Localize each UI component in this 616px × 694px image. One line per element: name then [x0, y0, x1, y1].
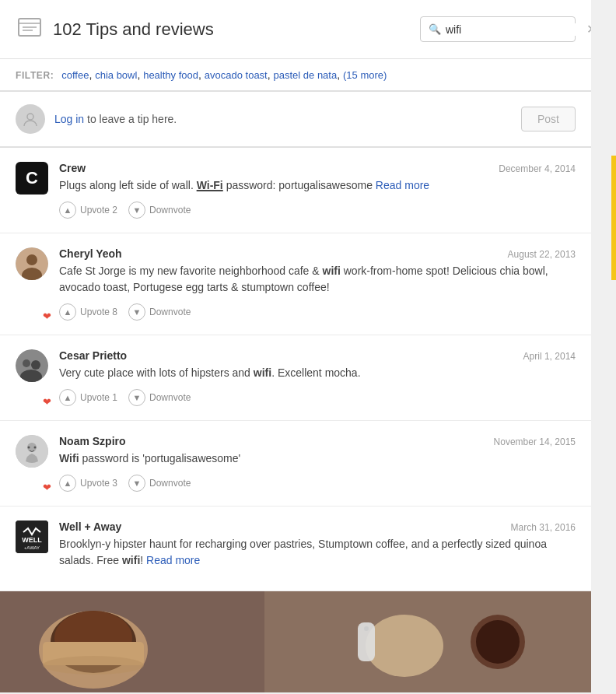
downvote-button[interactable]: ▼ Downvote — [128, 202, 191, 219]
read-more-link[interactable]: Read more — [146, 554, 200, 566]
svg-text:WELL: WELL — [22, 536, 42, 544]
wifi-keyword: Wi-Fi — [197, 179, 223, 191]
downvote-icon: ▼ — [128, 202, 145, 219]
tip-date: April 1, 2014 — [523, 351, 576, 362]
tip-text: Very cute place with lots of hipsters an… — [59, 365, 576, 381]
tip-header: Noam Szpiro November 14, 2015 — [59, 435, 576, 447]
filter-chia-bowl[interactable]: chia bowl — [95, 69, 137, 81]
vote-row: ▲ Upvote 8 ▼ Downvote — [59, 303, 576, 321]
svg-point-9 — [23, 359, 30, 367]
table-row: ❤ Cesar Prietto April 1, 2014 Very cute … — [0, 335, 591, 421]
avatar: C — [16, 162, 48, 219]
tip-date: November 14, 2015 — [494, 436, 576, 447]
avatar: ❤ — [16, 349, 48, 406]
table-row: C Crew December 4, 2014 Plugs along left… — [0, 148, 591, 233]
downvote-button[interactable]: ▼ Downvote — [128, 475, 191, 492]
upvote-label: Upvote 1 — [80, 392, 117, 403]
tip-body: Crew December 4, 2014 Plugs along left s… — [59, 162, 576, 219]
search-box[interactable]: 🔍 ✕ — [420, 16, 576, 42]
welaway-avatar: WELL +AWAY — [16, 520, 48, 553]
tip-author: Well + Away — [59, 520, 121, 533]
tip-author: Crew — [59, 162, 86, 174]
tip-text: Plugs along left side of wall. Wi-Fi pas… — [59, 177, 576, 194]
wifi-keyword: wifi — [254, 366, 271, 379]
upvote-icon: ▲ — [59, 389, 76, 406]
heart-badge: ❤ — [43, 396, 51, 408]
downvote-label: Downvote — [149, 205, 191, 216]
header-left: 102 Tips and reviews — [16, 14, 214, 44]
side-strip — [591, 0, 616, 692]
svg-point-24 — [43, 656, 144, 675]
avatar: ❤ — [16, 247, 48, 321]
downvote-icon: ▼ — [128, 303, 145, 321]
tip-header: Cesar Prietto April 1, 2014 — [59, 349, 576, 362]
tip-header: Well + Away March 31, 2016 — [59, 520, 576, 533]
cheryl-avatar — [16, 247, 48, 280]
tip-header: Cheryl Yeoh August 22, 2013 — [59, 247, 576, 260]
search-icon: 🔍 — [429, 23, 441, 35]
filter-more[interactable]: (15 more) — [343, 69, 387, 81]
post-button[interactable]: Post — [521, 107, 576, 131]
heart-badge: ❤ — [43, 310, 51, 322]
downvote-icon: ▼ — [128, 475, 145, 492]
upvote-button[interactable]: ▲ Upvote 8 — [59, 303, 117, 321]
tip-text: Cafe St Jorge is my new favorite neighbo… — [59, 263, 576, 296]
read-more-link[interactable]: Read more — [376, 179, 429, 191]
login-row-left: Log in to leave a tip here. — [16, 104, 177, 134]
side-yellow-bar — [611, 156, 616, 280]
filter-label: FILTER: — [16, 70, 54, 81]
downvote-label: Downvote — [149, 478, 191, 489]
tips-icon — [16, 14, 44, 44]
upvote-button[interactable]: ▲ Upvote 1 — [59, 389, 117, 406]
tip-photo — [0, 591, 591, 692]
svg-point-30 — [364, 626, 369, 631]
table-row: ❤ Noam Szpiro November 14, 2015 Wifi pas… — [0, 421, 591, 506]
page-title: 102 Tips and reviews — [53, 19, 214, 40]
tip-author: Noam Szpiro — [59, 435, 126, 447]
wifi-keyword: wifi — [122, 554, 140, 566]
tip-author: Cesar Prietto — [59, 349, 127, 362]
filter-coffee[interactable]: coffee — [61, 69, 89, 81]
filter-avocado-toast[interactable]: avocado toast — [205, 69, 268, 81]
avatar: ❤ — [16, 435, 48, 492]
downvote-button[interactable]: ▼ Downvote — [128, 389, 191, 406]
upvote-label: Upvote 8 — [80, 307, 117, 317]
upvote-button[interactable]: ▲ Upvote 2 — [59, 202, 117, 219]
login-text: Log in to leave a tip here. — [54, 113, 177, 125]
upvote-label: Upvote 3 — [80, 478, 117, 489]
filter-healthy-food[interactable]: healthy food — [143, 69, 198, 81]
tip-body: Noam Szpiro November 14, 2015 Wifi passw… — [59, 435, 576, 492]
downvote-label: Downvote — [149, 392, 191, 403]
filter-bar: FILTER: coffee, chia bowl, healthy food,… — [0, 59, 591, 92]
tip-header: Crew December 4, 2014 — [59, 162, 576, 174]
tip-text: Brooklyn-y hipster haunt for recharging … — [59, 536, 576, 569]
svg-point-14 — [28, 447, 30, 449]
upvote-button[interactable]: ▲ Upvote 3 — [59, 475, 117, 492]
upvote-icon: ▲ — [59, 303, 76, 321]
login-row: Log in to leave a tip here. Post — [0, 92, 591, 148]
tip-body: Cesar Prietto April 1, 2014 Very cute pl… — [59, 349, 576, 406]
vote-row: ▲ Upvote 1 ▼ Downvote — [59, 389, 576, 406]
filter-pastel-de-nata[interactable]: pastel de nata — [274, 69, 338, 81]
heart-badge: ❤ — [43, 482, 51, 493]
downvote-button[interactable]: ▼ Downvote — [128, 303, 191, 321]
upvote-icon: ▲ — [59, 475, 76, 492]
tip-author: Cheryl Yeoh — [59, 247, 122, 260]
tips-list: C Crew December 4, 2014 Plugs along left… — [0, 148, 591, 692]
svg-text:+AWAY: +AWAY — [24, 545, 40, 550]
vote-row: ▲ Upvote 3 ▼ Downvote — [59, 475, 576, 492]
wifi-keyword: Wifi — [59, 452, 79, 464]
svg-point-26 — [366, 615, 443, 677]
tip-date: December 4, 2014 — [499, 163, 576, 174]
search-input[interactable] — [446, 23, 582, 36]
cesar-avatar — [16, 349, 48, 382]
login-link[interactable]: Log in — [54, 113, 84, 125]
tip-body: Cheryl Yeoh August 22, 2013 Cafe St Jorg… — [59, 247, 576, 321]
tip-text: Wifi password is 'portugalisawesome' — [59, 450, 576, 467]
avatar: WELL +AWAY — [16, 520, 48, 577]
svg-point-28 — [476, 620, 520, 664]
table-row: ❤ Cheryl Yeoh August 22, 2013 Cafe St Jo… — [0, 233, 591, 335]
upvote-icon: ▲ — [59, 202, 76, 219]
tip-body: Well + Away March 31, 2016 Brooklyn-y hi… — [59, 520, 576, 577]
tip-date: March 31, 2016 — [511, 522, 576, 533]
